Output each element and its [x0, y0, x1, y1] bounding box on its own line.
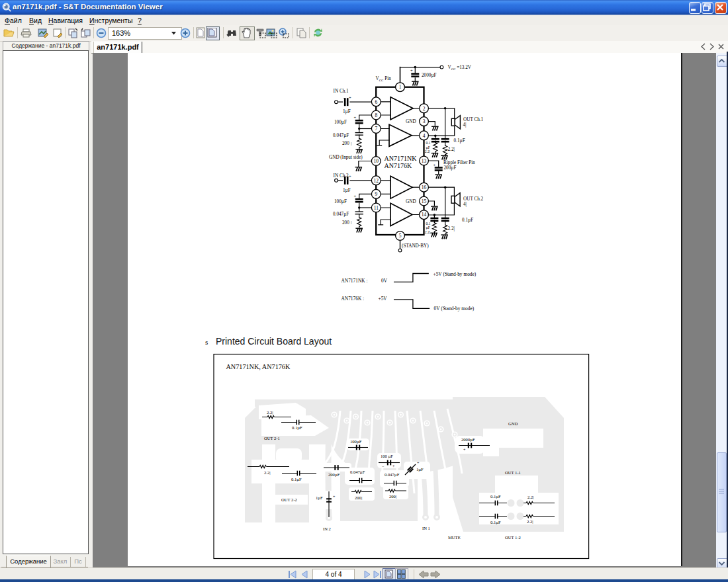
svg-text:µF: µF [426, 146, 430, 149]
svg-text:2.2|: 2.2| [267, 410, 273, 415]
svg-text:µF: µF [426, 226, 430, 229]
svg-text:−: − [343, 175, 345, 179]
svg-text:7: 7 [375, 126, 377, 132]
svg-text:+5V (Stand-by mode): +5V (Stand-by mode) [433, 271, 477, 277]
svg-text:200µF: 200µF [328, 472, 340, 477]
svg-text:14: 14 [422, 212, 427, 218]
svg-text:IN Ch.1: IN Ch.1 [334, 89, 349, 94]
svg-text:+5V: +5V [379, 296, 388, 302]
svg-text:0.047µF: 0.047µF [333, 133, 349, 138]
svg-text:0.1µF: 0.1µF [490, 520, 501, 524]
svg-text:100µF: 100µF [350, 439, 362, 444]
svg-text:+: + [354, 194, 357, 198]
svg-text:2000µF: 2000µF [422, 73, 437, 78]
svg-text:1µF: 1µF [343, 188, 351, 193]
svg-text:OUT 2-1: OUT 2-1 [264, 436, 280, 440]
svg-text:IN 2: IN 2 [323, 526, 331, 531]
svg-text:GND: GND [508, 421, 518, 426]
svg-text:3: 3 [423, 118, 426, 124]
svg-text:GND: GND [406, 119, 416, 124]
svg-text:IN Ch.2: IN Ch.2 [334, 173, 349, 179]
svg-text:0.1µF: 0.1µF [292, 425, 302, 430]
svg-text:15: 15 [422, 198, 427, 204]
svg-text:2000µF: 2000µF [461, 437, 475, 442]
svg-text:13: 13 [422, 158, 427, 164]
svg-text:2.2|: 2.2| [448, 147, 455, 152]
svg-text:0.047µF: 0.047µF [350, 470, 365, 474]
svg-text:AN7171NK :: AN7171NK : [341, 278, 368, 284]
svg-text:+: + [433, 163, 436, 167]
svg-text:0.1µF: 0.1µF [454, 138, 465, 144]
svg-text:2: 2 [423, 106, 426, 112]
svg-text:6: 6 [375, 99, 377, 105]
svg-text:1µF: 1µF [343, 109, 351, 114]
svg-text:0V (Stand-by mode): 0V (Stand-by mode) [434, 306, 475, 312]
svg-text:IN 1: IN 1 [422, 526, 430, 530]
svg-text:100µF: 100µF [334, 199, 347, 204]
svg-text:MUTE: MUTE [448, 535, 461, 540]
svg-text:GND: GND [406, 199, 416, 204]
svg-text:2.2|: 2.2| [448, 226, 455, 231]
svg-text:OUT 1-1: OUT 1-1 [505, 470, 521, 475]
svg-text:(STAND-BY): (STAND-BY) [402, 243, 429, 249]
svg-text:2.2|: 2.2| [527, 519, 533, 524]
svg-text:+: + [354, 115, 357, 120]
svg-text:5: 5 [399, 233, 402, 239]
svg-text:200|: 200| [389, 494, 396, 499]
svg-text:1µF: 1µF [416, 467, 424, 472]
svg-text:200|: 200| [355, 495, 362, 500]
svg-text:AN7176K: AN7176K [385, 162, 412, 169]
svg-text:4|: 4| [463, 202, 467, 207]
svg-text:Printed Circuit Board Layout: Printed Circuit Board Layout [216, 336, 332, 347]
svg-text:|: | [351, 220, 351, 224]
svg-text:200µF: 200µF [444, 165, 457, 171]
svg-text:s: s [205, 338, 208, 346]
svg-text:AN7171NK, AN7176K: AN7171NK, AN7176K [226, 363, 291, 370]
svg-text:OUT Ch.1: OUT Ch.1 [463, 117, 484, 122]
svg-text:0.1µF: 0.1µF [291, 477, 302, 481]
svg-text:4: 4 [423, 133, 426, 139]
svg-text:9: 9 [375, 191, 377, 197]
svg-text:|: | [351, 141, 351, 146]
svg-text:8: 8 [375, 112, 377, 118]
svg-text:2.2|: 2.2| [527, 495, 534, 499]
svg-text:10: 10 [374, 158, 379, 164]
svg-text:100 µF: 100 µF [381, 454, 393, 458]
svg-text:12: 12 [374, 178, 379, 184]
svg-text:0.047µF: 0.047µF [333, 212, 349, 217]
svg-text:0.1: 0.1 [426, 141, 431, 145]
svg-text:OUT 2-2: OUT 2-2 [281, 497, 297, 502]
svg-text:4|: 4| [463, 122, 467, 128]
svg-text:16: 16 [422, 185, 427, 190]
svg-text:AN7171NK: AN7171NK [385, 155, 418, 162]
svg-text:200: 200 [342, 141, 349, 146]
svg-text:2.2|: 2.2| [425, 149, 430, 153]
svg-text:0.1µF: 0.1µF [462, 218, 473, 223]
svg-text:2.2|: 2.2| [264, 470, 271, 475]
svg-text:−: − [343, 96, 345, 101]
svg-text:0.047µF: 0.047µF [385, 472, 400, 477]
svg-text:0.1µF: 0.1µF [490, 494, 501, 499]
svg-text:Ripple Filter Pin: Ripple Filter Pin [443, 160, 475, 165]
svg-text:0V: 0V [381, 278, 388, 284]
svg-text:11: 11 [374, 205, 379, 211]
svg-text:0.1: 0.1 [426, 222, 431, 226]
svg-text:2.2|: 2.2| [425, 230, 430, 234]
svg-text:+: + [349, 174, 351, 179]
svg-text:200: 200 [342, 220, 349, 226]
svg-text:OUT Ch.2: OUT Ch.2 [463, 196, 484, 202]
svg-text:GND (Input side): GND (Input side) [329, 155, 363, 160]
svg-text:VCC Pin: VCC Pin [376, 76, 392, 82]
svg-text:100µF: 100µF [334, 120, 347, 125]
svg-text:AN7176K :: AN7176K : [341, 296, 365, 302]
svg-text:1: 1 [399, 84, 402, 90]
svg-text:VCC =13.2V: VCC =13.2V [448, 65, 472, 71]
svg-text:1µF: 1µF [316, 495, 323, 500]
svg-text:OUT 1-2: OUT 1-2 [505, 535, 521, 540]
svg-text:+: + [410, 68, 413, 73]
svg-text:+: + [349, 95, 351, 100]
